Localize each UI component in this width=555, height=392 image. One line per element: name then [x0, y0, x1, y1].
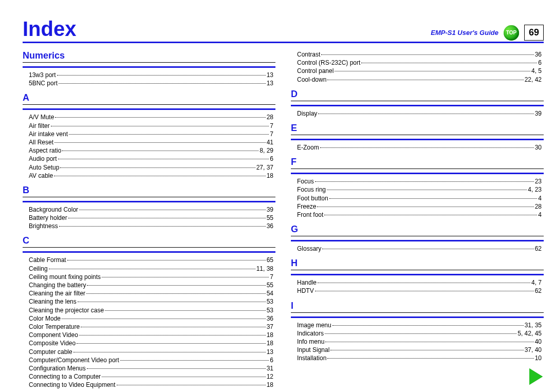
entry-term: Contrast: [297, 50, 320, 59]
section-heading: I: [291, 301, 544, 311]
leader-dots: [58, 159, 269, 159]
index-entry[interactable]: Front foot 4: [297, 211, 542, 219]
leader-dots: [54, 142, 266, 143]
entry-term: Changing the battery: [29, 281, 86, 289]
index-entry[interactable]: Ceiling mount fixing points 7: [29, 273, 273, 281]
index-section: EE-Zoom 30: [291, 123, 544, 152]
entry-term: Brightness: [29, 222, 58, 230]
entry-pages: 36: [267, 314, 273, 323]
entry-term: Foot button: [297, 194, 328, 202]
entry-term: E-Zoom: [297, 143, 319, 152]
index-entry[interactable]: Auto Setup 27, 37: [29, 163, 273, 172]
index-entry[interactable]: Focus ring 4, 23: [297, 185, 542, 194]
entry-term: Indicators: [297, 329, 324, 338]
index-entry[interactable]: Installation 10: [297, 354, 542, 362]
entry-pages: 7: [270, 122, 273, 130]
index-entry[interactable]: Ceiling 11, 38: [29, 265, 273, 273]
entry-pages: 4, 5: [531, 67, 542, 75]
index-entry[interactable]: Configuration Menus 31: [29, 364, 273, 372]
index-entry[interactable]: Cleaning the air filter 54: [29, 289, 273, 297]
index-entry[interactable]: HDTV 62: [297, 287, 542, 295]
entry-pages: 31, 35: [525, 321, 542, 329]
entry-pages: 8, 29: [260, 146, 273, 155]
index-entry[interactable]: A/V Mute 28: [29, 113, 273, 121]
entry-term: Cleaning the projector case: [29, 306, 104, 314]
entry-term: 5BNC port: [29, 79, 58, 87]
index-section: AA/V Mute 28Air filter 7Air intake vent …: [23, 92, 275, 180]
index-entry[interactable]: Display 39: [297, 109, 542, 118]
index-entry[interactable]: Focus 23: [297, 177, 542, 185]
section-divider: [291, 135, 544, 140]
section-heading: B: [23, 185, 275, 196]
entry-term: Ceiling: [29, 265, 48, 273]
index-entry[interactable]: Cable Format 65: [29, 256, 273, 264]
index-entry[interactable]: Cleaning the projector case 53: [29, 306, 273, 314]
index-entry[interactable]: Changing the battery 55: [29, 281, 273, 289]
index-section: Numerics13w3 port 135BNC port 13: [23, 50, 275, 87]
index-section: BBackground Color 39Battery holder 55Bri…: [23, 185, 275, 231]
section-divider: [23, 62, 275, 68]
index-entry[interactable]: Air intake vent 7: [29, 130, 273, 138]
leader-dots: [335, 71, 530, 71]
index-entry[interactable]: Glossary 62: [297, 245, 542, 253]
entry-term: A/V Mute: [29, 113, 54, 121]
index-entry[interactable]: Aspect ratio 8, 29: [29, 146, 273, 155]
index-entry[interactable]: Computer cable 13: [29, 348, 273, 356]
entry-pages: 18: [267, 331, 273, 339]
index-entry[interactable]: Input Signal 37, 40: [297, 346, 542, 354]
index-entry[interactable]: Info menu 40: [297, 338, 542, 346]
leader-dots: [322, 249, 533, 249]
index-entry[interactable]: All Reset 41: [29, 138, 273, 146]
entry-term: Installation: [297, 354, 326, 362]
index-entry[interactable]: Handle 4, 7: [297, 278, 542, 287]
index-entry[interactable]: Air filter 7: [29, 122, 273, 130]
index-entry[interactable]: Color Mode 36: [29, 314, 273, 323]
index-entry[interactable]: Component Video 18: [29, 331, 273, 339]
index-entry[interactable]: Cleaning the lens 53: [29, 297, 273, 306]
page-header: Index EMP-S1 User's Guide TOP 69: [23, 17, 544, 41]
leader-dots: [87, 368, 266, 369]
index-entry[interactable]: Brightness 36: [29, 222, 273, 230]
index-entry[interactable]: Composite Video 18: [29, 339, 273, 347]
leader-dots: [317, 207, 533, 207]
entry-pages: 55: [267, 281, 273, 289]
index-entry[interactable]: Indicators 5, 42, 45: [297, 329, 542, 338]
index-entry[interactable]: Image menu 31, 35: [297, 321, 542, 329]
entry-term: Handle: [297, 278, 317, 287]
leader-dots: [49, 269, 255, 269]
next-page-arrow-icon[interactable]: [529, 368, 543, 385]
index-entry[interactable]: Battery holder 55: [29, 214, 273, 222]
top-icon[interactable]: TOP: [504, 25, 519, 41]
index-column: Contrast 36Control (RS-232C) port 6Contr…: [291, 50, 544, 392]
index-entry[interactable]: Audio port 6: [29, 155, 273, 163]
entry-pages: 18: [267, 339, 273, 347]
index-entry[interactable]: 13w3 port 13: [29, 71, 273, 79]
leader-dots: [57, 75, 266, 76]
section-divider: [291, 312, 544, 318]
index-entry[interactable]: Connecting to Video Equipment 18: [29, 381, 273, 389]
entry-pages: 18: [267, 381, 273, 389]
entry-pages: 7: [270, 130, 273, 138]
index-entry[interactable]: Connecting to a Computer 12: [29, 372, 273, 381]
index-entry[interactable]: Control (RS-232C) port 6: [297, 59, 542, 67]
entry-pages: 36: [535, 50, 542, 59]
title-underline: [23, 42, 544, 43]
index-entry[interactable]: Contrast 36: [297, 50, 542, 59]
section-heading: F: [291, 157, 544, 167]
index-entry[interactable]: Foot button 4: [297, 194, 542, 202]
entries: A/V Mute 28Air filter 7Air intake vent 7…: [23, 113, 275, 180]
entry-pages: 27, 37: [256, 163, 273, 172]
index-entry[interactable]: Color Temperature 37: [29, 323, 273, 331]
index-entry[interactable]: Freeze 28: [297, 202, 542, 211]
entry-pages: 40: [535, 338, 542, 346]
index-entry[interactable]: Control panel 4, 5: [297, 67, 542, 75]
section-divider: [23, 197, 275, 202]
entry-pages: 41: [267, 138, 273, 146]
index-entry[interactable]: AV cable 18: [29, 172, 273, 180]
index-entry[interactable]: E-Zoom 30: [297, 143, 542, 152]
index-entry[interactable]: Cool-down 22, 42: [297, 76, 542, 84]
index-entry[interactable]: 5BNC port 13: [29, 79, 273, 87]
index-entry[interactable]: Background Color 39: [29, 206, 273, 214]
index-entry[interactable]: Computer/Component Video port 6: [29, 356, 273, 364]
leader-dots: [68, 218, 266, 218]
